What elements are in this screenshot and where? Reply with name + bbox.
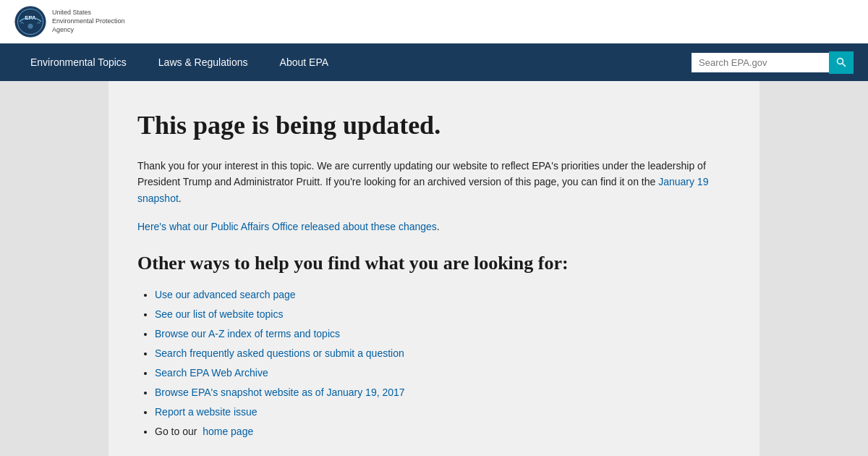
nav-item-laws-regs[interactable]: Laws & Regulations	[142, 43, 264, 81]
home-page-link[interactable]: home page	[203, 426, 253, 437]
intro-period: .	[179, 193, 182, 204]
list-item: Browse our A-Z index of terms and topics	[155, 326, 731, 342]
az-index-link[interactable]: Browse our A-Z index of terms and topics	[155, 328, 340, 339]
other-ways-heading: Other ways to help you find what you are…	[137, 253, 731, 274]
intro-text-before-link: Thank you for your interest in this topi…	[137, 160, 706, 187]
help-links-list: Use our advanced search page See our lis…	[137, 287, 731, 439]
nav-search-input[interactable]	[692, 53, 829, 72]
page-wrapper: EPA United States Environmental Protecti…	[0, 0, 868, 456]
agency-name-line1: United States	[52, 9, 125, 17]
list-item: Use our advanced search page	[155, 287, 731, 303]
website-topics-link[interactable]: See our list of website topics	[155, 308, 283, 320]
svg-point-3	[27, 24, 33, 29]
list-item: Search frequently asked questions or sub…	[155, 346, 731, 361]
list-item: Go to our home page	[155, 424, 731, 439]
list-item: Browse EPA's snapshot website as of Janu…	[155, 385, 731, 400]
list-item: Search EPA Web Archive	[155, 366, 731, 381]
agency-name-line3: Agency	[52, 26, 125, 35]
snapshot-link[interactable]: Browse EPA's snapshot website as of Janu…	[155, 387, 405, 398]
epa-agency-text: United States Environmental Protection A…	[52, 9, 125, 34]
agency-name-line2: Environmental Protection	[52, 17, 125, 26]
svg-point-4	[838, 59, 843, 64]
web-archive-link[interactable]: Search EPA Web Archive	[155, 367, 268, 379]
svg-line-5	[843, 64, 846, 67]
main-nav: Environmental Topics Laws & Regulations …	[0, 43, 868, 81]
report-issue-link[interactable]: Report a website issue	[155, 406, 258, 418]
nav-item-about-epa[interactable]: About EPA	[264, 43, 344, 81]
main-content: This page is being updated. Thank you fo…	[109, 81, 760, 456]
list-item: See our list of website topics	[155, 307, 731, 322]
page-title: This page is being updated.	[137, 110, 731, 140]
epa-logo: EPA United States Environmental Protecti…	[14, 6, 125, 38]
public-affairs-link[interactable]: Here's what our Public Affairs Office re…	[137, 221, 437, 232]
epa-seal-icon: EPA	[14, 6, 46, 38]
search-icon	[836, 57, 846, 67]
nav-item-env-topics[interactable]: Environmental Topics	[14, 43, 142, 81]
list-item: Report a website issue	[155, 405, 731, 420]
advanced-search-link[interactable]: Use our advanced search page	[155, 289, 296, 300]
nav-search-container	[692, 51, 854, 74]
intro-paragraph: Thank you for your interest in this topi…	[137, 158, 731, 206]
public-affairs-period: .	[437, 221, 440, 232]
public-affairs-container: Here's what our Public Affairs Office re…	[137, 221, 731, 232]
faq-search-link[interactable]: Search frequently asked questions or sub…	[155, 347, 404, 359]
site-header: EPA United States Environmental Protecti…	[0, 0, 868, 43]
go-to-text: Go to our	[155, 426, 197, 437]
nav-search-button[interactable]	[829, 51, 854, 74]
